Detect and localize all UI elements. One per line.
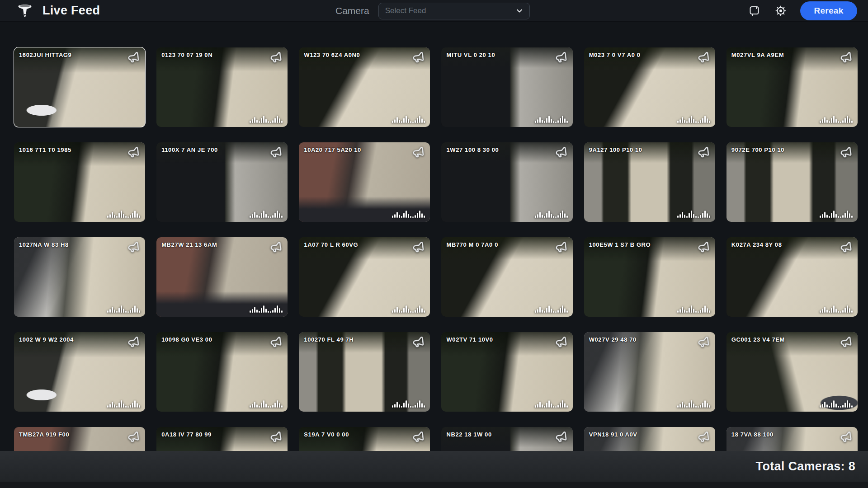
camera-timestamp-label: 100E5W 1 S7 B GRO (589, 241, 651, 248)
megaphone-icon[interactable] (127, 145, 142, 160)
camera-tile[interactable]: K027A 234 8Y 08 (726, 237, 858, 317)
audio-waveform-icon (820, 305, 853, 313)
camera-feed-select-value: Select Feed (385, 6, 516, 15)
megaphone-icon[interactable] (269, 50, 284, 65)
camera-timestamp-label: 0A18 IV 77 80 99 (161, 431, 212, 438)
audio-waveform-icon (535, 305, 568, 313)
refresh-button[interactable]: Rereak (800, 1, 857, 20)
megaphone-icon[interactable] (554, 239, 570, 255)
megaphone-icon[interactable] (554, 429, 570, 445)
megaphone-icon[interactable] (697, 429, 712, 445)
camera-tile[interactable]: 9072E 700 P10 10 (726, 142, 858, 222)
megaphone-icon[interactable] (412, 145, 427, 160)
camera-tile[interactable]: MITU VL 0 20 10 (441, 47, 572, 127)
megaphone-icon[interactable] (412, 334, 427, 350)
megaphone-icon[interactable] (839, 239, 854, 255)
megaphone-icon[interactable] (269, 429, 284, 445)
camera-timestamp-label: 0123 70 07 19 0N (161, 52, 212, 58)
camera-tile[interactable]: 1002 W 9 W2 2004 (14, 332, 145, 412)
camera-tile[interactable]: MB770 M 0 7A0 0 (441, 237, 572, 317)
audio-waveform-icon (392, 399, 425, 408)
camera-timestamp-label: 1A07 70 L R 60VG (304, 241, 358, 248)
camera-timestamp-label: W123 70 6Z4 A0N0 (304, 52, 360, 58)
megaphone-icon[interactable] (127, 50, 142, 65)
megaphone-icon[interactable] (697, 145, 712, 160)
camera-timestamp-label: VPN18 91 0 A0V (589, 431, 637, 438)
camera-tile[interactable]: 1W27 100 8 30 00 (441, 142, 572, 222)
camera-tile[interactable]: 10A20 717 5A20 10 (299, 142, 430, 222)
camera-tile[interactable]: M023 7 0 V7 A0 0 (584, 47, 715, 127)
megaphone-icon[interactable] (839, 334, 854, 350)
audio-waveform-icon (392, 115, 425, 123)
camera-timestamp-label: K027A 234 8Y 08 (731, 241, 782, 248)
audio-waveform-icon (677, 115, 710, 123)
camera-tile[interactable]: 0123 70 07 19 0N (156, 47, 288, 127)
camera-timestamp-label: W027V 29 48 70 (589, 336, 637, 343)
camera-filter-label: Camera (335, 5, 369, 16)
camera-tile[interactable]: W123 70 6Z4 A0N0 (299, 47, 430, 127)
camera-tile[interactable]: 10098 G0 VE3 00 (156, 332, 288, 412)
footer-bar: Total Cameras: 8 (0, 451, 868, 488)
camera-tile[interactable]: 100E5W 1 S7 B GRO (584, 237, 715, 317)
megaphone-icon[interactable] (697, 239, 712, 255)
megaphone-icon[interactable] (697, 50, 712, 65)
audio-waveform-icon (535, 210, 568, 218)
megaphone-icon[interactable] (554, 145, 570, 160)
camera-tile[interactable]: W02TV 71 10V0 (441, 332, 572, 412)
camera-tile[interactable]: 1100X 7 AN JE 700 (156, 142, 288, 222)
camera-timestamp-label: 18 7VA 88 100 (731, 431, 774, 438)
funnel-logo-icon (15, 3, 34, 19)
camera-tile[interactable]: GC001 23 V4 7EM (726, 332, 858, 412)
megaphone-icon[interactable] (269, 334, 284, 350)
camera-tile[interactable]: MB27W 21 13 6AM (156, 237, 288, 317)
megaphone-icon[interactable] (839, 145, 854, 160)
camera-timestamp-label: M027VL 9A A9EM (731, 52, 784, 58)
settings-gear-icon[interactable] (774, 4, 788, 18)
camera-timestamp-label: MITU VL 0 20 10 (446, 52, 495, 58)
audio-waveform-icon (535, 399, 568, 408)
audio-waveform-icon (107, 210, 140, 218)
camera-tile[interactable]: M027VL 9A A9EM (726, 47, 858, 127)
camera-tile[interactable]: W027V 29 48 70 (584, 332, 715, 412)
audio-waveform-icon (535, 115, 568, 123)
chevron-down-icon (516, 7, 523, 14)
camera-timestamp-label: 10098 G0 VE3 00 (161, 336, 212, 343)
camera-tile[interactable]: 1A07 70 L R 60VG (299, 237, 430, 317)
megaphone-icon[interactable] (697, 334, 712, 350)
display-icon[interactable] (748, 4, 761, 18)
megaphone-icon[interactable] (269, 145, 284, 160)
camera-timestamp-label: GC001 23 V4 7EM (731, 336, 785, 343)
audio-waveform-icon (250, 399, 283, 408)
camera-timestamp-label: NB22 18 1W 00 (446, 431, 491, 438)
megaphone-icon[interactable] (554, 334, 570, 350)
megaphone-icon[interactable] (127, 239, 142, 255)
megaphone-icon[interactable] (412, 50, 427, 65)
megaphone-icon[interactable] (412, 239, 427, 255)
audio-waveform-icon (250, 115, 283, 123)
megaphone-icon[interactable] (412, 429, 427, 445)
camera-timestamp-label: 1602JUI HITTAG9 (19, 52, 71, 58)
megaphone-icon[interactable] (839, 429, 854, 445)
camera-timestamp-label: 1027NA W 83 H8 (19, 241, 69, 248)
audio-waveform-icon (820, 115, 853, 123)
camera-tile[interactable]: 9A127 100 P10 10 (584, 142, 715, 222)
total-cameras-text: Total Cameras: 8 (756, 460, 855, 474)
camera-timestamp-label: 9072E 700 P10 10 (731, 146, 784, 153)
camera-timestamp-label: 1W27 100 8 30 00 (446, 146, 499, 153)
camera-tile[interactable]: 1027NA W 83 H8 (14, 237, 145, 317)
megaphone-icon[interactable] (127, 429, 142, 445)
megaphone-icon[interactable] (839, 50, 854, 65)
camera-tile[interactable]: 100270 FL 49 7H (299, 332, 430, 412)
camera-tile[interactable]: 1016 7T1 T0 1985 (14, 142, 145, 222)
camera-timestamp-label: TMB27A 919 F00 (19, 431, 69, 438)
megaphone-icon[interactable] (127, 334, 142, 350)
camera-timestamp-label: S19A 7 V0 0 00 (304, 431, 349, 438)
camera-timestamp-label: 1016 7T1 T0 1985 (19, 146, 71, 153)
camera-feed-select[interactable]: Select Feed (378, 3, 530, 19)
camera-tile[interactable]: 1602JUI HITTAG9 (14, 47, 145, 127)
megaphone-icon[interactable] (269, 239, 284, 255)
camera-timestamp-label: MB27W 21 13 6AM (161, 241, 217, 248)
audio-waveform-icon (250, 210, 283, 218)
megaphone-icon[interactable] (554, 50, 570, 65)
audio-waveform-icon (677, 305, 710, 313)
